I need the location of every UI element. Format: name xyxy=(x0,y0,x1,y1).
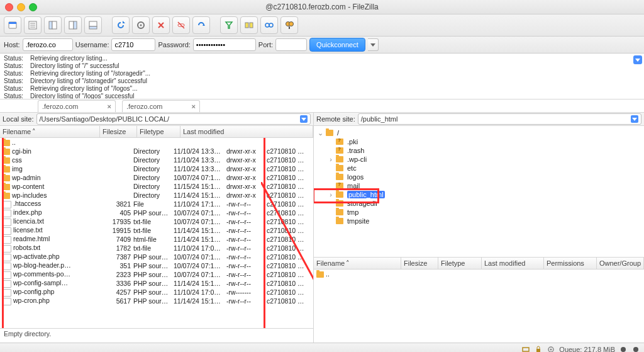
tree-node[interactable]: ›.wp-cli xyxy=(315,155,643,164)
file-row[interactable]: wp-includesDirectory11/14/24 15:1…drwxr-… xyxy=(0,191,313,200)
disclosure-icon[interactable]: › xyxy=(328,156,334,163)
file-row[interactable]: wp-activate.php7387PHP sour…10/07/24 07:… xyxy=(0,253,313,261)
file-row[interactable]: readme.html7409html-file11/14/24 15:1…-r… xyxy=(0,235,313,244)
remote-path-combo[interactable]: /public_html xyxy=(358,113,641,125)
window-minimize-button[interactable] xyxy=(17,3,25,11)
connection-tab[interactable]: .ferozo.com × xyxy=(122,100,200,112)
toggle-local-tree-button[interactable] xyxy=(44,16,62,34)
col-filename[interactable]: Filename ˄ xyxy=(314,258,401,269)
port-input[interactable] xyxy=(275,38,307,51)
tree-node[interactable]: .trash xyxy=(315,146,643,155)
remote-file-list[interactable]: .. xyxy=(314,270,644,343)
tree-node[interactable]: storagedir xyxy=(315,199,643,208)
toggle-remote-tree-button[interactable] xyxy=(64,16,82,34)
disclosure-icon[interactable]: ⌄ xyxy=(318,129,324,137)
svg-point-24 xyxy=(269,23,273,27)
tree-node-label: .pki xyxy=(347,138,358,145)
file-row[interactable]: wp-blog-header.p…351PHP sour…10/07/24 07… xyxy=(0,261,313,270)
svg-rect-11 xyxy=(89,26,97,29)
settings-icon[interactable] xyxy=(547,345,555,352)
refresh-button[interactable] xyxy=(112,16,130,34)
tree-node-label: logos xyxy=(347,173,364,181)
search-button[interactable] xyxy=(280,16,298,34)
host-input[interactable] xyxy=(23,38,73,51)
tree-node[interactable]: etc xyxy=(315,164,643,173)
chevron-down-icon xyxy=(370,42,375,47)
svg-point-23 xyxy=(265,23,269,27)
sync-browse-button[interactable] xyxy=(260,16,278,34)
reconnect-button[interactable] xyxy=(192,16,210,34)
col-owner[interactable]: Owner/Group xyxy=(597,258,644,269)
file-row[interactable]: licencia.txt17935txt-file10/07/24 07:1…-… xyxy=(0,217,313,226)
file-icon xyxy=(3,298,11,305)
svg-rect-9 xyxy=(74,21,77,29)
parent-dir-row[interactable]: .. xyxy=(314,270,644,278)
file-row[interactable]: wp-comments-po…2323PHP sour…10/07/24 07:… xyxy=(0,270,313,279)
local-path-combo[interactable]: /Users/Santiago/Desktop/PUBLIC LOCAL/ xyxy=(36,113,311,125)
file-row[interactable]: cgi-binDirectory11/10/24 13:3…drwxr-xr-x… xyxy=(0,147,313,156)
log-toggle-button[interactable] xyxy=(633,55,642,64)
close-icon[interactable]: × xyxy=(108,103,111,110)
site-manager-button[interactable] xyxy=(4,16,21,34)
remote-tree[interactable]: ⌄/.pki.trash›.wp-clietclogosmail›public_… xyxy=(314,126,644,258)
remote-list-header[interactable]: Filename ˄ Filesize Filetype Last modifi… xyxy=(314,258,644,270)
col-filename[interactable]: Filename ˄ xyxy=(0,126,100,137)
process-queue-button[interactable] xyxy=(132,16,150,34)
file-row[interactable]: wp-adminDirectory10/07/24 07:1…drwxr-xr-… xyxy=(0,173,313,182)
password-input[interactable] xyxy=(193,38,256,51)
lock-icon xyxy=(534,345,543,352)
tree-node[interactable]: mail xyxy=(315,181,643,190)
toggle-queue-button[interactable] xyxy=(84,16,102,34)
chevron-down-icon xyxy=(631,115,638,123)
col-filetype[interactable]: Filetype xyxy=(438,258,482,269)
folder-icon xyxy=(3,157,10,164)
file-row[interactable]: wp-config-sampl…3336PHP sour…11/14/24 15… xyxy=(0,279,313,288)
message-log[interactable]: Status:Retrieving directory listing...St… xyxy=(0,54,644,99)
quickconnect-button[interactable]: Quickconnect xyxy=(309,38,365,52)
file-row[interactable]: robots.txt1782txt-file11/10/24 17:0…-rw-… xyxy=(0,244,313,253)
tree-node-label: .trash xyxy=(347,147,365,154)
log-line: Status:Directory listing of "/logos" suc… xyxy=(4,93,640,99)
parent-dir-row[interactable]: .. xyxy=(0,138,313,147)
tree-node[interactable]: tmpsite xyxy=(315,217,643,225)
tree-node[interactable]: ›public_html xyxy=(315,190,643,199)
file-icon xyxy=(3,263,11,270)
tree-node[interactable]: ⌄/ xyxy=(315,128,643,137)
local-list-header[interactable]: Filename ˄ Filesize Filetype Last modifi… xyxy=(0,126,313,138)
disconnect-button[interactable] xyxy=(172,16,190,34)
window-close-button[interactable] xyxy=(5,3,13,11)
window-zoom-button[interactable] xyxy=(29,3,37,11)
compare-button[interactable] xyxy=(240,16,258,34)
file-icon xyxy=(3,210,11,217)
local-file-list[interactable]: ..cgi-binDirectory11/10/24 13:3…drwxr-xr… xyxy=(0,138,313,328)
cancel-button[interactable] xyxy=(152,16,170,34)
col-permissions[interactable]: Permissions xyxy=(544,258,597,269)
file-row[interactable]: wp-contentDirectory11/15/24 15:1…drwxr-x… xyxy=(0,182,313,191)
chevron-down-icon xyxy=(635,57,640,62)
file-row[interactable]: index.php405PHP sour…10/07/24 07:1…-rw-r… xyxy=(0,208,313,217)
toggle-log-button[interactable] xyxy=(24,16,42,34)
disclosure-icon[interactable]: › xyxy=(328,191,334,198)
col-filesize[interactable]: Filesize xyxy=(401,258,438,269)
file-row[interactable]: license.txt19915txt-file11/14/24 15:1…-r… xyxy=(0,226,313,235)
col-modified[interactable]: Last modified xyxy=(482,258,544,269)
close-icon[interactable]: × xyxy=(192,103,196,110)
col-filetype[interactable]: Filetype xyxy=(137,126,180,137)
col-modified[interactable]: Last modified xyxy=(180,126,313,137)
sort-asc-icon: ˄ xyxy=(32,128,36,136)
quickconnect-dropdown[interactable] xyxy=(368,38,379,51)
file-row[interactable]: .htaccess3821File11/10/24 17:1…-rw-r--r-… xyxy=(0,200,313,208)
tree-node[interactable]: .pki xyxy=(315,137,643,146)
file-row[interactable]: imgDirectory11/10/24 13:3…drwxr-xr-xc271… xyxy=(0,164,313,173)
tree-node[interactable]: tmp xyxy=(315,208,643,217)
file-row[interactable]: cssDirectory11/10/24 13:3…drwxr-xr-xc271… xyxy=(0,156,313,164)
username-input[interactable] xyxy=(111,38,155,51)
col-filesize[interactable]: Filesize xyxy=(100,126,137,137)
connection-tab[interactable]: .ferozo.com × xyxy=(38,100,116,112)
file-row[interactable]: wp-config.php4257PHP sour…11/10/24 17:0…… xyxy=(0,288,313,297)
folder-icon xyxy=(336,209,343,215)
file-row[interactable]: wp-cron.php5617PHP sour…11/14/24 15:1…-r… xyxy=(0,297,313,305)
tree-node-label: .wp-cli xyxy=(347,156,367,163)
tree-node[interactable]: logos xyxy=(315,173,643,181)
filter-button[interactable] xyxy=(220,16,238,34)
